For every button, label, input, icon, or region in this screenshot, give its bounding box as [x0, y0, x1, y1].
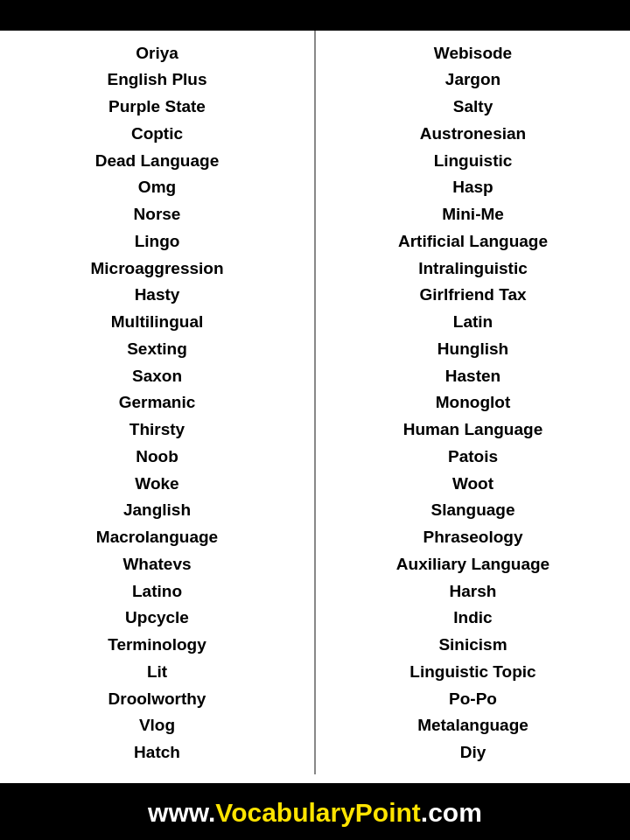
list-item: Sinicism [431, 632, 514, 659]
list-item: Droolworthy [102, 685, 214, 712]
list-item: Hasp [445, 174, 500, 201]
list-item: Lit [140, 658, 174, 685]
list-item: Diy [453, 739, 494, 766]
list-item: Microaggression [83, 255, 230, 282]
footer-www: www. [148, 798, 215, 827]
list-item: Hatch [127, 739, 187, 766]
footer-brand: VocabularyPoint [215, 798, 421, 827]
list-item: Thirsty [122, 416, 192, 444]
list-item: Metalanguage [410, 712, 536, 739]
footer: www.VocabularyPoint.com [0, 786, 630, 840]
list-item: Woot [445, 470, 500, 497]
right-column: WebisodeJargonSaltyAustronesianLinguisti… [316, 31, 630, 774]
list-item: Sexting [120, 335, 194, 362]
list-item: Mini-Me [435, 201, 511, 228]
header [0, 0, 630, 28]
list-item: Phraseology [416, 524, 529, 551]
list-item: English Plus [100, 66, 214, 94]
list-item: Latin [446, 309, 500, 336]
list-item: Salty [446, 94, 500, 121]
list-item: Slanguage [424, 497, 522, 524]
list-item: Woke [128, 470, 186, 497]
list-item: Monoglot [429, 389, 517, 416]
list-item: Vlog [132, 712, 182, 739]
list-item: Human Language [396, 416, 550, 444]
list-item: Whatevs [116, 550, 198, 578]
list-item: Dead Language [88, 147, 226, 174]
list-item: Coptic [124, 120, 190, 147]
list-item: Hunglish [430, 335, 515, 362]
word-columns: OriyaEnglish PlusPurple StateCopticDead … [0, 31, 630, 774]
list-item: Intralinguistic [411, 255, 535, 282]
list-item: Noob [129, 443, 186, 470]
list-item: Patois [441, 443, 505, 470]
list-item: Terminology [101, 632, 214, 659]
list-item: Po-Po [442, 685, 504, 712]
list-item: Linguistic [427, 147, 520, 174]
list-item: Multilingual [104, 309, 211, 336]
list-item: Omg [131, 174, 183, 201]
list-item: Macrolanguage [89, 524, 225, 551]
list-item: Hasten [438, 362, 508, 389]
list-item: Indic [446, 605, 499, 632]
list-item: Norse [127, 201, 188, 228]
list-item: Harsh [443, 578, 504, 605]
footer-text: www.VocabularyPoint.com [148, 798, 482, 827]
list-item: Lingo [128, 228, 187, 255]
list-item: Auxiliary Language [389, 550, 556, 578]
list-item: Janglish [116, 497, 198, 524]
list-item: Girlfriend Tax [412, 282, 533, 309]
list-item: Purple State [102, 94, 213, 121]
list-item: Linguistic Topic [402, 658, 542, 685]
list-item: Oriya [129, 39, 186, 66]
main-content: OriyaEnglish PlusPurple StateCopticDead … [0, 28, 630, 786]
list-item: Austronesian [413, 120, 533, 147]
list-item: Latino [125, 578, 189, 605]
footer-domain: .com [421, 798, 482, 827]
list-item: Upcycle [118, 605, 196, 632]
list-item: Germanic [112, 389, 203, 416]
list-item: Artificial Language [391, 228, 555, 255]
list-item: Hasty [128, 282, 187, 309]
left-column: OriyaEnglish PlusPurple StateCopticDead … [0, 31, 316, 774]
list-item: Saxon [125, 362, 189, 389]
list-item: Jargon [438, 66, 508, 94]
list-item: Webisode [427, 39, 519, 66]
